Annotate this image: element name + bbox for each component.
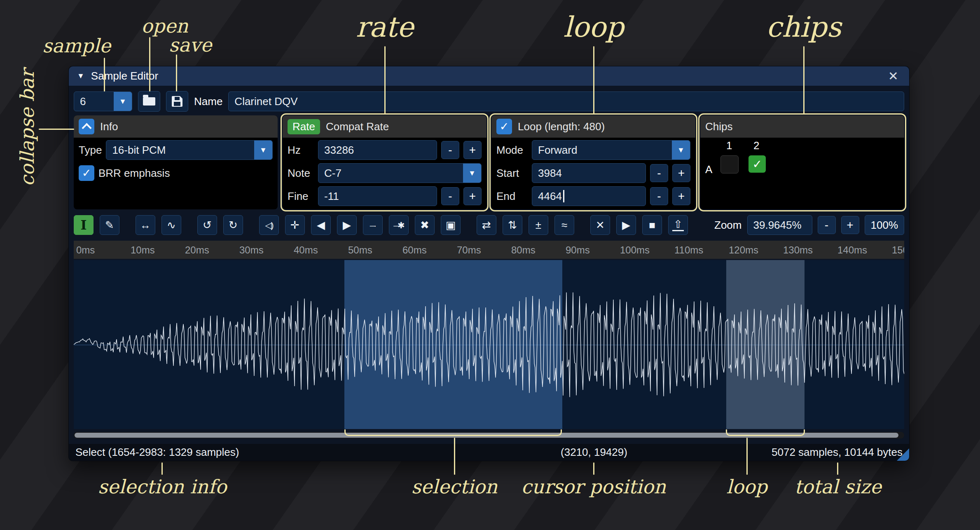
note-dropdown[interactable]: C-7 ▼ xyxy=(318,163,482,183)
folder-open-icon xyxy=(143,97,155,106)
ruler-label: 140ms xyxy=(837,244,867,256)
ruler-label: 100ms xyxy=(620,244,650,256)
insert-silence-button[interactable]: –· xyxy=(363,215,383,235)
filter-button[interactable]: ≈ xyxy=(554,215,574,235)
fade-in-button[interactable]: ◀ xyxy=(311,215,331,235)
annotation-sample-label: sample xyxy=(42,35,111,57)
annotation-save-label: save xyxy=(169,34,212,56)
hz-minus-button[interactable]: - xyxy=(441,141,459,159)
redo-button[interactable]: ↻ xyxy=(223,215,243,235)
apply-silence-icon: –✱ xyxy=(393,221,404,230)
zoom-out-button[interactable]: - xyxy=(818,216,836,234)
loop-start-label: Start xyxy=(496,167,528,180)
save-icon xyxy=(172,96,182,107)
fine-input[interactable]: -11 xyxy=(318,186,437,206)
titlebar[interactable]: ▼ Sample Editor ✕ xyxy=(69,66,909,86)
resample-wave-icon: ∿ xyxy=(167,220,176,230)
brr-emphasis-checkbox[interactable]: ✓ xyxy=(79,165,94,181)
hz-input[interactable]: 33286 xyxy=(318,140,437,160)
time-ruler[interactable]: 0ms10ms20ms30ms40ms50ms60ms70ms80ms90ms1… xyxy=(74,241,904,259)
waveform-view[interactable] xyxy=(74,260,904,429)
ruler-label: 0ms xyxy=(76,244,95,256)
annotation-loop-region-label: loop xyxy=(726,476,767,498)
loop-end-input[interactable]: 4464 xyxy=(532,186,646,206)
loop-mode-dropdown[interactable]: Forward ▼ xyxy=(532,140,690,160)
zoom-input[interactable]: 39.9645% xyxy=(747,215,812,235)
loop-enable-checkbox[interactable]: ✓ xyxy=(496,119,512,134)
ruler-label: 50ms xyxy=(348,244,372,256)
chips-col-1: 1 xyxy=(720,139,738,152)
status-bar: Select (1654-2983: 1329 samples) (3210, … xyxy=(69,444,909,461)
delete-x-icon: ✖ xyxy=(420,220,429,230)
fine-minus-button[interactable]: - xyxy=(441,187,459,205)
chips-panel: Chips A 1 2 ✓ xyxy=(700,115,904,209)
close-button[interactable]: ✕ xyxy=(886,70,901,83)
apply-silence-button[interactable]: –✱ xyxy=(389,215,409,235)
annotation-line-selection-info xyxy=(161,462,163,475)
chips-row-label: A xyxy=(705,163,712,176)
loop-start-plus-button[interactable]: + xyxy=(672,164,690,182)
loop-end-minus-button[interactable]: - xyxy=(650,187,668,205)
ruler-label: 110ms xyxy=(674,244,703,256)
open-button[interactable] xyxy=(138,91,160,112)
fine-plus-button[interactable]: + xyxy=(463,187,482,205)
loop-panel-header: ✓ Loop (length: 480) xyxy=(491,115,695,138)
normalize-button[interactable]: ✛ xyxy=(285,215,305,235)
ruler-label: 120ms xyxy=(729,244,758,256)
zoom-in-button[interactable]: + xyxy=(841,216,859,234)
select-cursor-icon: I xyxy=(81,218,87,232)
invert-button[interactable]: ⇅ xyxy=(503,215,522,235)
trim-crop-icon: ▣ xyxy=(446,220,456,230)
collapse-bar-button[interactable] xyxy=(79,119,94,134)
zoom-reset-button[interactable]: 100% xyxy=(865,215,905,235)
preview-play-button[interactable]: ▶ xyxy=(616,215,636,235)
ruler-label: 20ms xyxy=(185,244,209,256)
draw-tool-button[interactable]: ✎ xyxy=(100,215,119,235)
chip-2-checkbox[interactable]: ✓ xyxy=(748,155,766,173)
reverse-button[interactable]: ⇄ xyxy=(477,215,496,235)
amplify-button[interactable]: ◁) xyxy=(259,215,279,235)
annotation-selection-label: selection xyxy=(411,476,497,498)
loop-start-value: 3984 xyxy=(538,167,562,180)
waveform-scrollbar-thumb[interactable] xyxy=(75,433,898,438)
info-panel: Info Type 16-bit PCM ▼ ✓ BRR emphasis xyxy=(74,115,278,209)
rate-panel-header: Rate Compat Rate xyxy=(283,115,486,138)
waveform-scrollbar[interactable] xyxy=(74,432,904,439)
annotation-selection-info-label: selection info xyxy=(98,476,227,498)
name-value: Clarinet DQV xyxy=(234,95,297,108)
chip-1-checkbox[interactable] xyxy=(720,155,739,174)
window-title: Sample Editor xyxy=(91,70,158,82)
rate-badge[interactable]: Rate xyxy=(288,119,320,134)
sign-convert-button[interactable]: ± xyxy=(529,215,548,235)
fade-out-button[interactable]: ▶ xyxy=(337,215,357,235)
crossfade-button[interactable]: ✕ xyxy=(590,215,610,235)
sample-index-dropdown[interactable]: 6 ▼ xyxy=(74,91,132,111)
delete-button[interactable]: ✖ xyxy=(415,215,435,235)
panels-row: Info Type 16-bit PCM ▼ ✓ BRR emphasis xyxy=(74,115,904,209)
rate-panel: Rate Compat Rate Hz 33286 - + Note C-7 ▼ xyxy=(283,115,486,209)
resample-button[interactable]: ∿ xyxy=(161,215,181,235)
loop-start-minus-button[interactable]: - xyxy=(650,164,668,182)
redo-icon: ↻ xyxy=(229,220,238,230)
hz-label: Hz xyxy=(288,144,314,157)
undo-button[interactable]: ↺ xyxy=(197,215,217,235)
upload-button[interactable]: ⇧ xyxy=(668,215,688,235)
save-button[interactable] xyxy=(166,91,188,112)
speaker-icon: ◁) xyxy=(265,221,273,230)
type-dropdown[interactable]: 16-bit PCM ▼ xyxy=(106,140,273,160)
resize-button[interactable]: ↔ xyxy=(136,215,155,235)
fade-in-icon: ◀ xyxy=(317,220,325,230)
loop-mode-value: Forward xyxy=(532,144,672,157)
stop-icon: ■ xyxy=(649,220,655,230)
loop-end-plus-button[interactable]: + xyxy=(672,187,690,205)
hz-plus-button[interactable]: + xyxy=(463,141,482,159)
ruler-label: 40ms xyxy=(294,244,318,256)
window-collapse-icon[interactable]: ▼ xyxy=(77,72,84,80)
ruler-label: 130ms xyxy=(783,244,813,256)
stop-preview-button[interactable]: ■ xyxy=(642,215,662,235)
loop-start-input[interactable]: 3984 xyxy=(532,163,646,183)
upload-icon: ⇧ xyxy=(672,219,684,231)
trim-button[interactable]: ▣ xyxy=(441,215,461,235)
select-tool-button[interactable]: I xyxy=(74,215,94,235)
name-input[interactable]: Clarinet DQV xyxy=(228,91,904,111)
